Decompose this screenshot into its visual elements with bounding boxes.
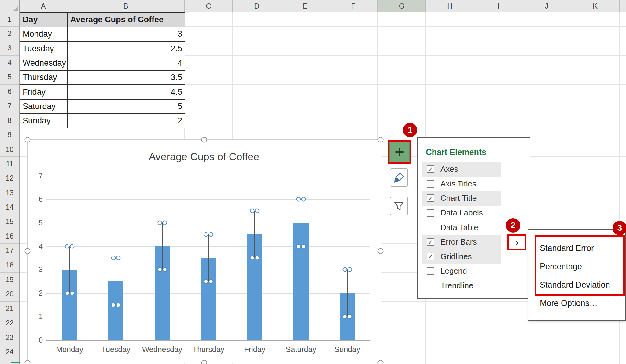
submenu-item-percentage[interactable]: Percentage [528,257,625,276]
cell-day[interactable]: Friday [20,85,68,99]
cell-day[interactable]: Thursday [20,70,68,85]
cell-value[interactable]: 3.5 [68,70,185,85]
column-header-D[interactable]: D [233,0,281,12]
checkbox-legend[interactable] [427,267,434,275]
checkbox-data-table[interactable] [427,224,434,231]
checkbox-chart-title[interactable]: ✓ [427,194,434,202]
select-all-corner[interactable] [0,0,20,12]
cell-value[interactable]: 3 [68,27,185,41]
chart-element-trendline[interactable]: Trendline [422,278,501,293]
chart-filters-button[interactable] [390,197,408,215]
column-header-A[interactable]: A [20,0,67,12]
row-header-6[interactable]: 6 [0,85,19,99]
row-header-5[interactable]: 5 [0,70,19,84]
checkbox-axis-titles[interactable] [427,180,434,188]
chart-elements-plus-button[interactable]: + [389,142,410,162]
cell-value[interactable]: 4.5 [68,85,185,99]
chart-styles-button[interactable] [390,168,408,187]
checkbox-trendline[interactable] [427,282,434,289]
row-header-15[interactable]: 15 [0,215,19,229]
annotation-step-1: 1 [403,123,417,137]
cell-value[interactable]: 2.5 [68,42,185,56]
column-header-H[interactable]: H [426,0,474,12]
row-header-7[interactable]: 7 [0,99,19,113]
error-bar-handle [162,267,167,272]
checkbox-data-labels[interactable] [427,209,434,217]
x-axis-category-label: Friday [232,345,278,354]
column-header-E[interactable]: E [281,0,329,12]
submenu-item-more-options[interactable]: More Options… [528,294,625,312]
row-header-23[interactable]: 23 [0,330,19,345]
checkbox-axes[interactable]: ✓ [427,165,434,173]
chart-selection-handle[interactable] [25,360,31,364]
chart-selection-handle[interactable] [201,137,207,143]
data-table[interactable]: DayAverage Cups of CoffeeMonday3Tuesday2… [20,12,185,128]
row-header-12[interactable]: 12 [0,171,19,186]
row-header-10[interactable]: 10 [0,142,19,157]
table-header-cell[interactable]: Average Cups of Coffee [68,13,185,27]
column-header-F[interactable]: F [329,0,378,12]
row-header-8[interactable]: 8 [0,113,19,128]
row-header-14[interactable]: 14 [0,200,19,215]
column-header-B[interactable]: B [67,0,185,12]
row-header-19[interactable]: 19 [0,273,19,287]
row-header-1[interactable]: 1 [0,12,19,27]
column-header-K[interactable]: K [571,0,620,12]
chart-selection-handle[interactable] [25,137,31,143]
error-bar-handle [162,220,167,225]
error-bar-handle [116,303,121,307]
chart-element-gridlines[interactable]: ✓Gridlines [422,249,501,264]
cell-day[interactable]: Wednesday [20,56,68,70]
cell-value[interactable]: 5 [68,99,185,114]
table-header-cell[interactable]: Day [20,13,68,27]
sheet-accent-bar [11,362,20,363]
label-data-table: Data Table [440,223,478,232]
cell-day[interactable]: Tuesday [20,42,68,56]
row-header-4[interactable]: 4 [0,56,19,70]
chart-selection-handle[interactable] [25,248,31,254]
cell-day[interactable]: Sunday [20,114,68,128]
row-header-24[interactable]: 24 [0,345,19,359]
column-header-I[interactable]: I [474,0,522,12]
chart-element-error-bars[interactable]: ✓Error Bars [422,235,501,249]
row-header-22[interactable]: 22 [0,316,19,330]
chart-element-data-table[interactable]: Data Table [422,220,501,235]
row-header-13[interactable]: 13 [0,186,19,200]
row-header-18[interactable]: 18 [0,258,19,273]
y-axis-label: 5 [29,218,43,227]
chart-selection-handle[interactable] [378,137,384,143]
checkbox-gridlines[interactable]: ✓ [427,253,434,260]
cell-value[interactable]: 4 [68,56,185,70]
chart-element-axis-titles[interactable]: Axis Titles [422,177,501,191]
chart-selection-handle[interactable] [378,360,384,364]
submenu-item-standard-deviation[interactable]: Standard Deviation [528,276,625,294]
row-header-16[interactable]: 16 [0,229,19,244]
chart-element-axes[interactable]: ✓Axes [422,162,501,177]
row-header-3[interactable]: 3 [0,41,19,56]
error-bars-submenu-arrow[interactable]: › [507,234,526,250]
chart-element-chart-title[interactable]: ✓Chart Title [422,191,501,206]
row-header-11[interactable]: 11 [0,157,19,171]
submenu-list: Standard ErrorPercentageStandard Deviati… [528,239,625,312]
cell-value[interactable]: 2 [68,114,185,128]
column-header-G[interactable]: G [378,0,426,12]
chart-element-data-labels[interactable]: Data Labels [422,206,501,220]
row-header-9[interactable]: 9 [0,128,19,142]
submenu-item-standard-error[interactable]: Standard Error [528,239,625,257]
cell-day[interactable]: Saturday [20,99,68,114]
row-header-17[interactable]: 17 [0,244,19,258]
error-bar [69,246,70,293]
column-header-C[interactable]: C [185,0,233,12]
checkbox-error-bars[interactable]: ✓ [427,238,434,246]
error-bar-handle [65,244,69,248]
row-header-2[interactable]: 2 [0,27,19,41]
chart-selection-handle[interactable] [201,360,207,364]
chart[interactable]: Average Cups of Coffee 76543210MondayTue… [27,139,381,363]
cell-day[interactable]: Monday [20,27,68,41]
row-header-20[interactable]: 20 [0,287,19,301]
chart-selection-handle[interactable] [378,248,384,254]
annotation-box-1: + [388,140,411,164]
column-header-J[interactable]: J [522,0,571,12]
row-header-21[interactable]: 21 [0,302,19,316]
chart-element-legend[interactable]: Legend [422,264,501,278]
